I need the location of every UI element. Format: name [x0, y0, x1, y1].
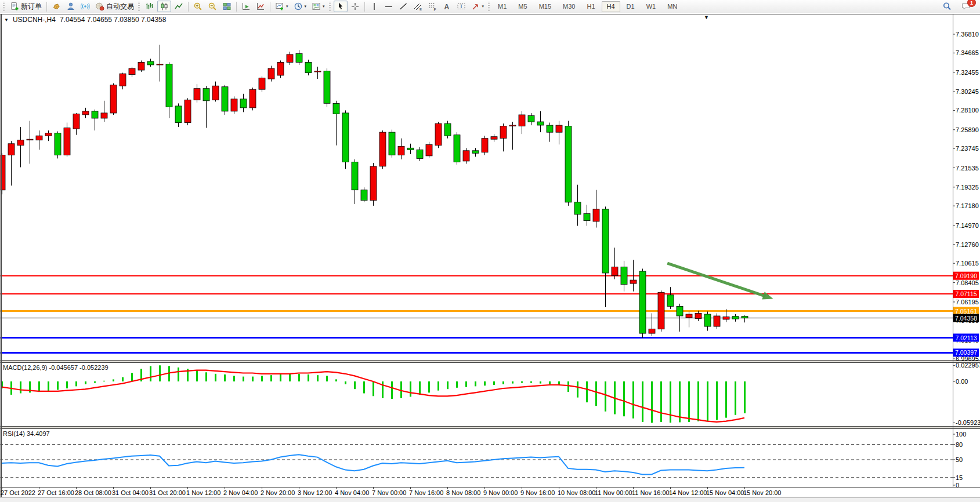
candle-body [8, 144, 15, 155]
candle-body [389, 132, 395, 155]
auto-trading-button[interactable]: 自动交易 [93, 1, 136, 12]
candle-body [742, 317, 748, 318]
candle-body [222, 87, 228, 111]
arrows-button[interactable]: ▾ [469, 1, 487, 12]
bars-chart-button[interactable] [143, 1, 157, 12]
community-button[interactable] [64, 1, 78, 12]
timeframe-button-d1[interactable]: D1 [621, 1, 640, 12]
pane-splitter[interactable] [0, 427, 980, 429]
timeframe-button-h4[interactable]: H4 [602, 1, 620, 12]
timeframe-button-m5[interactable]: M5 [513, 1, 532, 12]
new-order-button[interactable]: 新订单 [8, 1, 44, 12]
candle-body [612, 267, 618, 276]
time-axis-label: 9 Nov 16:00 [520, 489, 555, 496]
horizontal-line-icon [384, 2, 393, 11]
macd-histogram-bar [159, 365, 161, 381]
macd-histogram-bar [419, 381, 421, 395]
candle-body [296, 53, 302, 62]
person-icon [66, 2, 75, 11]
macd-histogram-bar [38, 381, 40, 392]
toolbar-separator [236, 2, 237, 12]
candle-body [231, 99, 237, 111]
candle-body [584, 214, 590, 221]
axis-tick-label: 7.10615 [956, 260, 979, 267]
timeframe-button-m1[interactable]: M1 [493, 1, 512, 12]
macd-histogram-bar [335, 379, 337, 381]
trendline-icon [399, 2, 408, 11]
axis-tick-label: 7.17180 [956, 202, 979, 209]
candle-body [110, 85, 117, 113]
candle-body [574, 202, 581, 214]
candle-body [454, 135, 460, 162]
time-axis-label: 15 Nov 20:00 [743, 489, 781, 496]
candle-body [658, 292, 664, 329]
auto-scroll-button[interactable] [254, 1, 267, 12]
timeframe-button-w1[interactable]: W1 [641, 1, 661, 12]
zoom-in-button[interactable] [191, 1, 205, 12]
macd-histogram-bar [651, 381, 653, 423]
chart-shift-button[interactable] [239, 1, 253, 12]
toolbar-grip[interactable] [488, 2, 490, 11]
tile-windows-button[interactable] [220, 1, 234, 12]
time-axis-label: 2 Nov 04:00 [223, 489, 258, 496]
zoom-out-button[interactable] [205, 1, 219, 12]
macd-histogram-bar [623, 381, 625, 416]
crosshair-button[interactable] [348, 1, 362, 12]
templates-button[interactable]: ▾ [309, 1, 327, 12]
time-axis-label: 11 Nov 16:00 [632, 489, 670, 496]
candles-chart-button[interactable] [157, 1, 171, 12]
timeframe-button-h1[interactable]: H1 [581, 1, 600, 12]
broadcast-icon [81, 2, 90, 11]
macd-histogram-bar [567, 381, 569, 392]
new-order-label: 新订单 [21, 2, 42, 12]
macd-histogram-bar [493, 381, 495, 385]
pane-splitter[interactable] [0, 361, 980, 363]
toolbar-grip[interactable] [3, 2, 5, 11]
toolbar-grip[interactable] [138, 2, 140, 11]
timeframe-button-m15[interactable]: M15 [534, 1, 556, 12]
time-axis-label: 1 Nov 12:00 [186, 489, 220, 496]
candle-body [667, 295, 674, 307]
new-chart-button[interactable]: ▾ [273, 1, 291, 12]
market-button[interactable] [49, 1, 63, 12]
macd-histogram-bar [428, 381, 430, 392]
macd-histogram-bar [215, 374, 216, 381]
timeframe-button-m30[interactable]: M30 [558, 1, 580, 12]
candle-body [166, 64, 172, 107]
macd-histogram-bar [475, 381, 476, 386]
time-axis-label: 10 Nov 08:00 [558, 489, 595, 496]
macd-histogram-bar [512, 381, 513, 384]
chart-menu-arrow-icon[interactable]: ▼ [704, 14, 709, 20]
trendline-button[interactable] [396, 1, 410, 12]
text-button[interactable]: A [440, 1, 454, 12]
horizontal-line-button[interactable] [382, 1, 396, 12]
vertical-line-button[interactable] [367, 1, 381, 12]
line-chart-button[interactable] [172, 1, 186, 12]
price-line-label: 7.02113 [955, 334, 977, 341]
toolbar-grip[interactable] [329, 2, 331, 11]
search-button[interactable] [940, 1, 954, 12]
cursor-icon [336, 2, 345, 11]
candle-body [175, 106, 182, 123]
axis-tick-label: 0.022957 [956, 362, 980, 369]
chart-area[interactable]: 7.368107.346657.324557.302457.281007.258… [0, 0, 980, 502]
chat-button[interactable]: 1 [959, 1, 972, 12]
macd-histogram-bar [103, 381, 105, 381]
macd-histogram-bar [205, 372, 207, 381]
axis-tick-label: 7.34665 [956, 49, 979, 56]
signals-button[interactable] [78, 1, 92, 12]
macd-histogram-bar [243, 377, 244, 381]
rsi-indicator-label: RSI(14) 34.4097 [3, 430, 50, 437]
periodicity-button[interactable]: ▾ [291, 1, 309, 12]
axis-tick-label: 7.21535 [956, 165, 979, 172]
time-axis-label: 8 Nov 08:00 [446, 489, 480, 496]
chart-title-arrow-icon[interactable]: ▼ [4, 17, 9, 23]
macd-histogram-bar [85, 381, 86, 384]
label-button[interactable]: T [454, 1, 468, 12]
fibonacci-button[interactable]: F [425, 1, 439, 12]
cursor-button[interactable] [334, 1, 348, 12]
macd-histogram-bar [354, 381, 356, 389]
equidistant-channel-button[interactable]: E [411, 1, 425, 12]
timeframe-button-mn[interactable]: MN [662, 1, 682, 12]
bars-chart-icon [145, 2, 154, 11]
